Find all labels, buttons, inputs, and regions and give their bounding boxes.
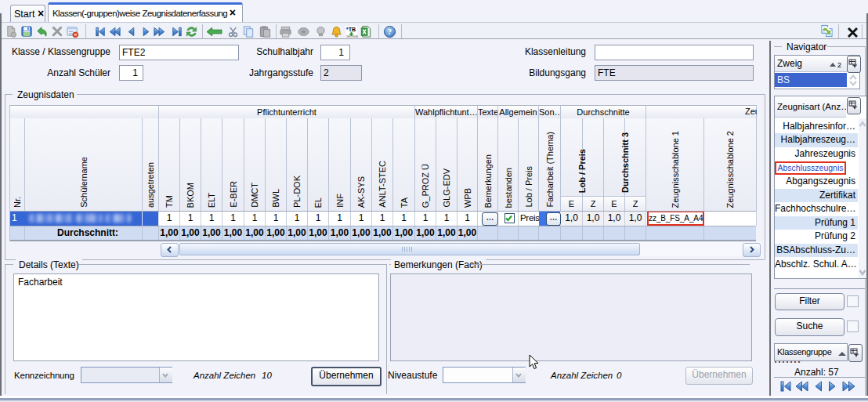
svg-text:2: 2 (837, 61, 841, 68)
svg-text:TB: TB (349, 27, 356, 33)
svg-text:WECHSEL: WECHSEL (346, 35, 358, 38)
svg-text:?: ? (387, 27, 392, 36)
